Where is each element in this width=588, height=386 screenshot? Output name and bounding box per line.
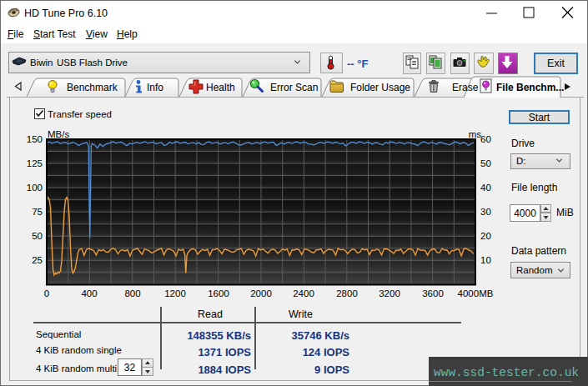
svg-text:50: 50 [480,158,491,168]
svg-text:0: 0 [44,288,49,298]
svg-text:2400: 2400 [293,288,314,298]
svg-text:40: 40 [480,183,491,193]
svg-text:4000MB: 4000MB [458,288,494,298]
svg-text:2800: 2800 [336,288,358,298]
svg-text:Health: Health [206,82,235,93]
svg-text:Benchmark: Benchmark [67,82,118,93]
svg-text:2000: 2000 [250,288,272,298]
svg-text:150: 150 [27,134,43,144]
svg-text:1600: 1600 [208,288,229,298]
svg-text:800: 800 [124,288,140,298]
svg-text:Info: Info [147,82,163,93]
svg-text:50: 50 [32,231,43,241]
svg-text:10: 10 [480,255,491,265]
svg-text:30: 30 [480,207,491,217]
svg-text:3200: 3200 [379,288,400,298]
svg-text:Error Scan: Error Scan [270,82,318,93]
svg-text:400: 400 [81,288,97,298]
svg-text:1200: 1200 [164,288,186,298]
svg-text:Erase: Erase [452,82,479,93]
svg-text:60: 60 [480,134,491,144]
svg-text:3600: 3600 [422,288,444,298]
svg-text:Folder Usage: Folder Usage [350,82,410,93]
svg-text:25: 25 [32,255,43,265]
svg-text:File Benchm...: File Benchm... [496,82,564,93]
svg-text:100: 100 [27,183,43,193]
svg-text:20: 20 [480,231,491,241]
svg-text:MB/s: MB/s [48,129,69,139]
svg-text:ms: ms [469,129,482,139]
svg-text:125: 125 [27,158,43,168]
svg-text:75: 75 [32,207,43,217]
